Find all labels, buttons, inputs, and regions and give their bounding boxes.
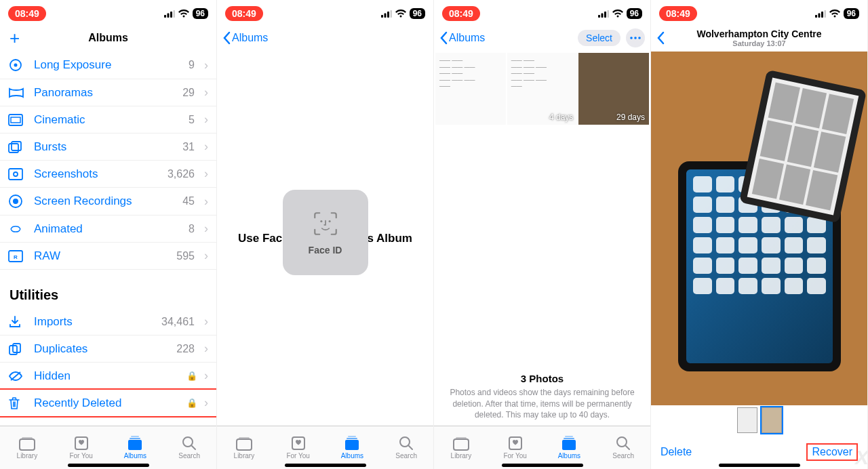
wifi-icon bbox=[829, 9, 840, 18]
albums-list: Long Exposure 9 › Panoramas 29 › Cinemat… bbox=[0, 52, 216, 426]
tab-albums[interactable]: Albums bbox=[326, 426, 380, 469]
deletion-info: Photos and videos show the days remainin… bbox=[445, 387, 639, 420]
tab-for-you[interactable]: For You bbox=[271, 426, 326, 469]
deleted-photo-thumb[interactable]: —— ———— —— ———— ———— —— ————4 days bbox=[507, 53, 578, 125]
svg-rect-10 bbox=[9, 169, 22, 180]
album-row[interactable]: Screenshots 3,626 › bbox=[0, 161, 216, 188]
tab-label: For You bbox=[286, 452, 309, 460]
svg-rect-27 bbox=[387, 12, 389, 18]
delete-button[interactable]: Delete bbox=[660, 446, 692, 458]
svg-point-51 bbox=[617, 437, 627, 447]
home-indicator[interactable] bbox=[285, 464, 366, 467]
utility-count: 228 bbox=[176, 343, 195, 355]
tab-library[interactable]: Library bbox=[434, 426, 488, 469]
nav-bar: + Albums bbox=[0, 24, 216, 52]
tab-search[interactable]: Search bbox=[379, 426, 433, 469]
home-indicator[interactable] bbox=[68, 464, 149, 467]
strip-thumb-selected[interactable] bbox=[762, 407, 782, 433]
back-button[interactable] bbox=[656, 31, 665, 45]
add-button[interactable]: + bbox=[5, 28, 20, 49]
svg-point-24 bbox=[183, 437, 193, 447]
tab-label: Albums bbox=[341, 452, 363, 460]
deleted-photo-thumb[interactable]: —— ———— —— ———— ———— —— ———— bbox=[435, 53, 506, 125]
tab-albums[interactable]: Albums bbox=[542, 426, 597, 469]
animated-icon bbox=[8, 223, 24, 235]
albums-icon bbox=[127, 436, 143, 451]
thumbnail-strip[interactable] bbox=[651, 405, 867, 435]
album-row[interactable]: R RAW 595 › bbox=[0, 243, 216, 270]
status-bar: 08:49 96 bbox=[651, 0, 867, 24]
chevron-right-icon: › bbox=[204, 140, 208, 154]
album-row[interactable]: Animated 8 › bbox=[0, 216, 216, 243]
svg-rect-49 bbox=[564, 438, 574, 439]
chevron-right-icon: › bbox=[204, 85, 208, 100]
search-icon bbox=[182, 436, 197, 451]
chevron-right-icon: › bbox=[204, 167, 208, 181]
search-icon bbox=[399, 436, 414, 451]
svg-point-42 bbox=[630, 37, 633, 39]
nav-bar: Wolverhampton City Centre Saturday 13:07 bbox=[651, 24, 867, 52]
utility-row[interactable]: Hidden 🔒 › bbox=[0, 363, 216, 390]
panorama-icon bbox=[8, 87, 24, 98]
utility-row[interactable]: Imports 34,461 › bbox=[0, 308, 216, 335]
svg-rect-2 bbox=[170, 12, 172, 18]
album-count: 31 bbox=[182, 141, 195, 153]
back-button[interactable]: Albums bbox=[222, 31, 268, 45]
cellular-icon bbox=[815, 10, 826, 18]
svg-rect-40 bbox=[604, 12, 606, 18]
chevron-right-icon: › bbox=[204, 369, 208, 383]
chevron-right-icon: › bbox=[204, 222, 208, 236]
recover-button[interactable]: Recover bbox=[806, 443, 858, 461]
photo-metadata: Wolverhampton City Centre Saturday 13:07 bbox=[651, 28, 867, 47]
utility-label: Imports bbox=[34, 315, 152, 329]
album-label: Screenshots bbox=[34, 167, 158, 181]
tab-library[interactable]: Library bbox=[217, 426, 271, 469]
home-indicator[interactable] bbox=[719, 464, 800, 467]
tab-for-you[interactable]: For You bbox=[54, 426, 108, 469]
back-button[interactable]: Albums bbox=[439, 31, 485, 45]
deleted-photo-thumb[interactable]: 29 days bbox=[578, 53, 649, 125]
home-indicator[interactable] bbox=[502, 464, 583, 467]
imports-icon bbox=[8, 315, 24, 329]
chevron-left-icon bbox=[222, 31, 231, 45]
wifi-icon bbox=[395, 9, 406, 18]
tab-search[interactable]: Search bbox=[162, 426, 216, 469]
tab-label: Search bbox=[395, 452, 417, 460]
cellular-icon bbox=[598, 10, 609, 18]
utility-row[interactable]: Recently Deleted 🔒 › bbox=[0, 388, 216, 417]
faceid-label: Face ID bbox=[309, 245, 342, 256]
svg-point-44 bbox=[638, 37, 641, 39]
svg-rect-23 bbox=[131, 436, 139, 437]
cellular-icon bbox=[164, 10, 175, 18]
svg-rect-7 bbox=[11, 117, 20, 123]
tab-label: For You bbox=[69, 452, 92, 460]
tab-for-you[interactable]: For You bbox=[488, 426, 542, 469]
tab-library[interactable]: Library bbox=[0, 426, 54, 469]
album-label: Animated bbox=[34, 222, 179, 236]
select-button[interactable]: Select bbox=[578, 30, 620, 46]
more-button[interactable] bbox=[626, 28, 645, 47]
album-row[interactable]: Bursts 31 › bbox=[0, 134, 216, 161]
album-row[interactable]: Screen Recordings 45 › bbox=[0, 188, 216, 216]
photo-viewer[interactable] bbox=[651, 52, 867, 405]
screen-albums: 08:49 96 + Albums Long Exposure 9 › Pano… bbox=[0, 0, 217, 469]
status-bar: 08:49 96 bbox=[217, 0, 433, 24]
time-pill: 08:49 bbox=[8, 6, 46, 21]
svg-point-5 bbox=[14, 64, 18, 67]
faceid-icon bbox=[311, 209, 340, 238]
utility-row[interactable]: Duplicates 228 › bbox=[0, 335, 216, 363]
album-row[interactable]: Long Exposure 9 › bbox=[0, 52, 216, 79]
chevron-right-icon: › bbox=[204, 314, 208, 329]
raw-icon: R bbox=[8, 250, 24, 262]
svg-rect-45 bbox=[454, 439, 469, 450]
library-icon bbox=[235, 436, 253, 451]
album-row[interactable]: Panoramas 29 › bbox=[0, 79, 216, 106]
days-remaining: 29 days bbox=[616, 113, 645, 122]
strip-thumb[interactable] bbox=[737, 407, 757, 433]
svg-rect-39 bbox=[601, 13, 603, 18]
tab-bar: LibraryFor YouAlbumsSearch bbox=[217, 426, 433, 469]
album-row[interactable]: Cinematic 5 › bbox=[0, 106, 216, 134]
tab-albums[interactable]: Albums bbox=[108, 426, 163, 469]
svg-rect-18 bbox=[20, 439, 35, 450]
tab-search[interactable]: Search bbox=[596, 426, 650, 469]
